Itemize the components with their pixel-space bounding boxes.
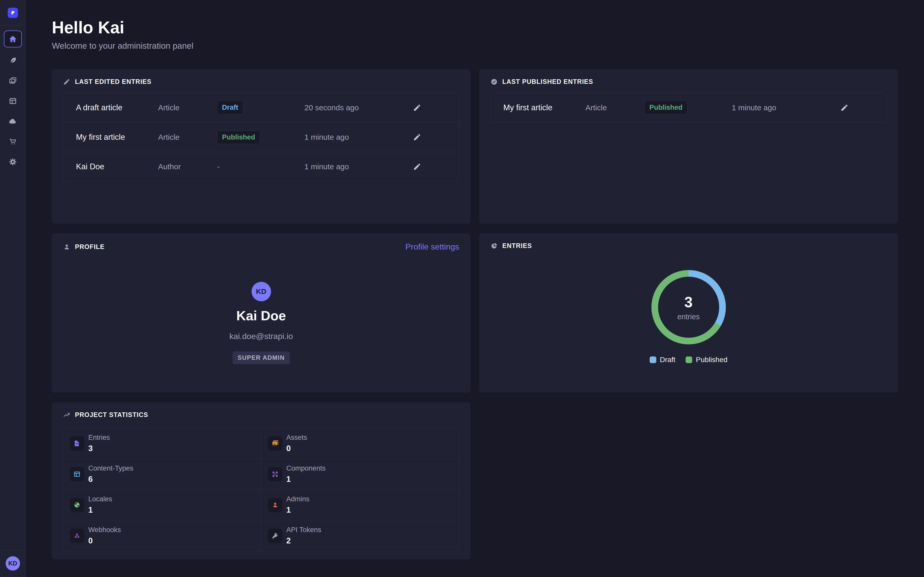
- sidebar-item-content-manager[interactable]: [6, 53, 20, 68]
- entry-name: Kai Doe: [76, 162, 158, 171]
- layout-icon: [70, 467, 84, 481]
- stat-components: Components 1: [261, 459, 459, 490]
- entry-name: My first article: [76, 132, 158, 142]
- stat-value: 6: [88, 475, 134, 484]
- chart-legend: Draft Published: [649, 356, 728, 364]
- status-badge: Draft: [217, 101, 243, 114]
- stat-assets: Assets 0: [261, 428, 459, 459]
- user-icon: [268, 498, 282, 512]
- sidebar-divider-bottom: [0, 550, 26, 550]
- stat-value: 2: [286, 536, 321, 545]
- stat-value: 0: [88, 536, 121, 545]
- widget-title: LAST PUBLISHED ENTRIES: [502, 78, 593, 85]
- sidebar-item-media-library[interactable]: [6, 74, 20, 88]
- stat-label: API Tokens: [286, 526, 321, 534]
- table-row: My first article Article Published 1 min…: [63, 122, 459, 152]
- globe-icon: [70, 498, 84, 512]
- sidebar-item-settings[interactable]: [6, 155, 20, 169]
- legend-item-published: Published: [686, 356, 727, 364]
- entries-chart: 3 entries Draft Published: [479, 270, 898, 364]
- table-row: A draft article Article Draft 20 seconds…: [63, 93, 459, 122]
- pencil-icon: [413, 163, 421, 171]
- entry-type: Article: [158, 133, 217, 142]
- edit-entry-button[interactable]: [840, 103, 848, 112]
- draft-swatch-icon: [649, 356, 656, 363]
- legend-item-draft: Draft: [649, 356, 675, 364]
- widget-title: PROJECT STATISTICS: [75, 411, 148, 419]
- images-icon: [9, 77, 17, 85]
- entry-name: A draft article: [76, 103, 158, 112]
- trend-up-icon: [63, 411, 70, 419]
- entries-donut: 3 entries: [651, 270, 726, 344]
- entries-chart-card: ENTRIES 3 entries Draft Publis: [479, 234, 898, 393]
- page-title: Hello Kai: [52, 19, 898, 36]
- entry-name: My first article: [503, 103, 585, 112]
- user-initials: KD: [8, 560, 17, 567]
- key-icon: [268, 529, 282, 543]
- sidebar-item-home[interactable]: [4, 31, 22, 47]
- widget-title: PROFILE: [75, 243, 105, 251]
- stat-content-types: Content-Types 6: [63, 459, 261, 490]
- main-content: Hello Kai Welcome to your administration…: [26, 0, 924, 577]
- stat-value: 1: [286, 506, 310, 515]
- legend-label: Draft: [660, 356, 675, 364]
- stat-label: Entries: [88, 434, 110, 442]
- stat-value: 0: [286, 444, 307, 453]
- last-edited-header: LAST EDITED ENTRIES: [52, 69, 470, 85]
- widget-title: LAST EDITED ENTRIES: [75, 78, 152, 85]
- feather-icon: [9, 56, 17, 64]
- sidebar-item-marketplace[interactable]: [6, 134, 20, 149]
- stat-label: Webhooks: [88, 526, 121, 534]
- stat-label: Content-Types: [88, 464, 134, 472]
- strapi-logo-button[interactable]: [8, 8, 18, 18]
- components-icon: [268, 467, 282, 481]
- layout-icon: [9, 97, 17, 105]
- stat-value: 1: [286, 475, 326, 484]
- gear-icon: [8, 158, 17, 166]
- check-circle-icon: [491, 78, 498, 85]
- sidebar: KD: [0, 0, 26, 577]
- profile-card: PROFILE Profile settings KD Kai Doe kai.…: [52, 234, 470, 393]
- stat-webhooks: Webhooks 0: [63, 520, 261, 551]
- person-icon: [63, 243, 70, 251]
- status-badge: Published: [645, 101, 687, 114]
- cloud-icon: [9, 117, 17, 126]
- entry-type: Author: [158, 162, 217, 171]
- table-row: Kai Doe Author - 1 minute ago: [63, 152, 459, 181]
- stat-label: Locales: [88, 495, 112, 503]
- stat-label: Admins: [286, 495, 310, 503]
- pencil-icon: [413, 133, 421, 141]
- file-icon: [70, 436, 84, 451]
- stat-label: Assets: [286, 434, 307, 442]
- entries-total-label: entries: [677, 313, 699, 321]
- published-swatch-icon: [686, 356, 692, 363]
- entry-time: 1 minute ago: [304, 162, 413, 171]
- pencil-icon: [413, 103, 421, 112]
- stat-locales: Locales 1: [63, 490, 261, 520]
- sidebar-nav: [4, 31, 22, 169]
- user-avatar[interactable]: KD: [6, 556, 20, 571]
- edit-entry-button[interactable]: [413, 103, 421, 112]
- profile-header: PROFILE Profile settings: [52, 234, 470, 251]
- avatar: KD: [252, 282, 271, 301]
- last-published-header: LAST PUBLISHED ENTRIES: [479, 69, 898, 85]
- edit-entry-button[interactable]: [413, 163, 421, 171]
- project-statistics-card: PROJECT STATISTICS Entries 3: [52, 402, 470, 559]
- edit-entry-button[interactable]: [413, 133, 421, 141]
- profile-settings-link[interactable]: Profile settings: [405, 242, 459, 251]
- page-subtitle: Welcome to your administration panel: [52, 42, 898, 50]
- entry-type: Article: [585, 103, 645, 112]
- stat-admins: Admins 1: [261, 490, 459, 520]
- donut-center: 3 entries: [658, 277, 719, 338]
- sidebar-footer: KD: [0, 550, 26, 577]
- sidebar-divider-top: [0, 25, 26, 26]
- statistics-header: PROJECT STATISTICS: [52, 402, 470, 419]
- sidebar-item-content-type-builder[interactable]: [6, 94, 20, 108]
- entries-header: ENTRIES: [479, 234, 898, 250]
- status-badge: -: [217, 162, 220, 171]
- strapi-logo-icon: [10, 10, 16, 16]
- status-badge: Published: [217, 131, 260, 144]
- profile-body: KD Kai Doe kai.doe@strapi.io SUPER ADMIN: [52, 282, 470, 364]
- sidebar-item-deploy[interactable]: [6, 114, 20, 129]
- stat-api-tokens: API Tokens 2: [261, 520, 459, 551]
